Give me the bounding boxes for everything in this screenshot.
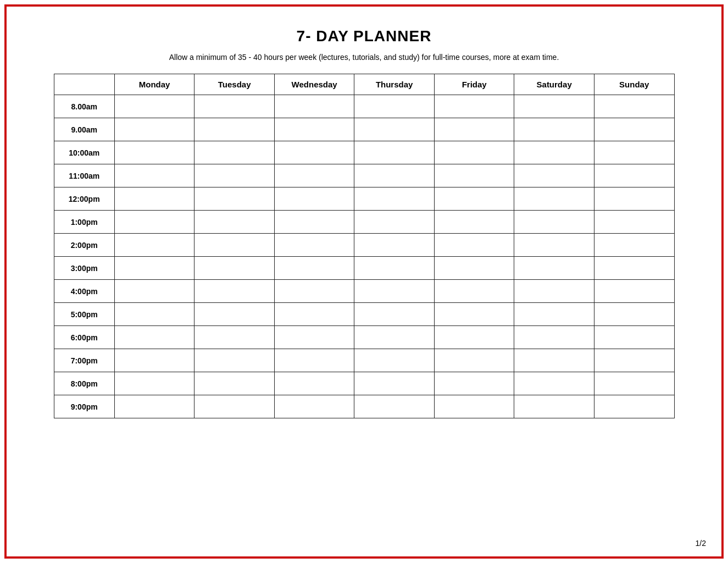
- slot-cell[interactable]: [594, 164, 674, 187]
- slot-cell[interactable]: [354, 372, 435, 395]
- slot-cell[interactable]: [194, 280, 275, 303]
- slot-cell[interactable]: [114, 141, 194, 164]
- slot-cell[interactable]: [434, 326, 514, 349]
- slot-cell[interactable]: [354, 141, 435, 164]
- slot-cell[interactable]: [594, 395, 674, 418]
- slot-cell[interactable]: [114, 303, 194, 326]
- slot-cell[interactable]: [274, 349, 354, 372]
- slot-cell[interactable]: [434, 118, 514, 141]
- slot-cell[interactable]: [114, 164, 194, 187]
- slot-cell[interactable]: [114, 395, 194, 418]
- slot-cell[interactable]: [114, 326, 194, 349]
- slot-cell[interactable]: [354, 211, 435, 234]
- slot-cell[interactable]: [194, 211, 275, 234]
- slot-cell[interactable]: [274, 372, 354, 395]
- slot-cell[interactable]: [354, 95, 435, 118]
- slot-cell[interactable]: [594, 95, 674, 118]
- slot-cell[interactable]: [354, 234, 435, 257]
- slot-cell[interactable]: [274, 118, 354, 141]
- slot-cell[interactable]: [434, 164, 514, 187]
- slot-cell[interactable]: [434, 280, 514, 303]
- slot-cell[interactable]: [434, 303, 514, 326]
- slot-cell[interactable]: [434, 372, 514, 395]
- slot-cell[interactable]: [114, 234, 194, 257]
- slot-cell[interactable]: [354, 395, 435, 418]
- slot-cell[interactable]: [514, 257, 594, 280]
- slot-cell[interactable]: [594, 211, 674, 234]
- slot-cell[interactable]: [194, 303, 275, 326]
- slot-cell[interactable]: [514, 326, 594, 349]
- slot-cell[interactable]: [194, 349, 275, 372]
- slot-cell[interactable]: [354, 303, 435, 326]
- slot-cell[interactable]: [434, 95, 514, 118]
- slot-cell[interactable]: [594, 187, 674, 211]
- slot-cell[interactable]: [594, 141, 674, 164]
- slot-cell[interactable]: [594, 303, 674, 326]
- slot-cell[interactable]: [434, 349, 514, 372]
- slot-cell[interactable]: [514, 234, 594, 257]
- slot-cell[interactable]: [514, 395, 594, 418]
- slot-cell[interactable]: [274, 211, 354, 234]
- slot-cell[interactable]: [194, 164, 275, 187]
- slot-cell[interactable]: [114, 211, 194, 234]
- slot-cell[interactable]: [114, 257, 194, 280]
- slot-cell[interactable]: [274, 95, 354, 118]
- slot-cell[interactable]: [434, 187, 514, 211]
- slot-cell[interactable]: [514, 211, 594, 234]
- slot-cell[interactable]: [354, 326, 435, 349]
- slot-cell[interactable]: [274, 164, 354, 187]
- slot-cell[interactable]: [514, 280, 594, 303]
- slot-cell[interactable]: [434, 141, 514, 164]
- slot-cell[interactable]: [594, 118, 674, 141]
- slot-cell[interactable]: [194, 372, 275, 395]
- slot-cell[interactable]: [434, 257, 514, 280]
- slot-cell[interactable]: [514, 372, 594, 395]
- slot-cell[interactable]: [594, 280, 674, 303]
- slot-cell[interactable]: [354, 349, 435, 372]
- slot-cell[interactable]: [354, 280, 435, 303]
- slot-cell[interactable]: [194, 95, 275, 118]
- slot-cell[interactable]: [434, 211, 514, 234]
- slot-cell[interactable]: [354, 187, 435, 211]
- slot-cell[interactable]: [514, 164, 594, 187]
- slot-cell[interactable]: [354, 257, 435, 280]
- slot-cell[interactable]: [274, 303, 354, 326]
- slot-cell[interactable]: [114, 95, 194, 118]
- slot-cell[interactable]: [594, 372, 674, 395]
- slot-cell[interactable]: [194, 234, 275, 257]
- slot-cell[interactable]: [194, 141, 275, 164]
- slot-cell[interactable]: [274, 187, 354, 211]
- slot-cell[interactable]: [114, 187, 194, 211]
- slot-cell[interactable]: [194, 395, 275, 418]
- slot-cell[interactable]: [194, 257, 275, 280]
- slot-cell[interactable]: [514, 187, 594, 211]
- slot-cell[interactable]: [434, 395, 514, 418]
- slot-cell[interactable]: [594, 257, 674, 280]
- slot-cell[interactable]: [114, 349, 194, 372]
- slot-cell[interactable]: [194, 187, 275, 211]
- slot-cell[interactable]: [514, 303, 594, 326]
- slot-cell[interactable]: [514, 141, 594, 164]
- slot-cell[interactable]: [594, 326, 674, 349]
- table-row: 10:00am: [54, 141, 674, 164]
- slot-cell[interactable]: [194, 118, 275, 141]
- slot-cell[interactable]: [354, 118, 435, 141]
- slot-cell[interactable]: [274, 141, 354, 164]
- slot-cell[interactable]: [274, 280, 354, 303]
- table-row: 8.00am: [54, 95, 674, 118]
- slot-cell[interactable]: [274, 395, 354, 418]
- slot-cell[interactable]: [274, 234, 354, 257]
- slot-cell[interactable]: [114, 118, 194, 141]
- slot-cell[interactable]: [354, 164, 435, 187]
- slot-cell[interactable]: [514, 95, 594, 118]
- slot-cell[interactable]: [114, 372, 194, 395]
- slot-cell[interactable]: [274, 326, 354, 349]
- slot-cell[interactable]: [194, 326, 275, 349]
- slot-cell[interactable]: [514, 349, 594, 372]
- slot-cell[interactable]: [114, 280, 194, 303]
- slot-cell[interactable]: [434, 234, 514, 257]
- slot-cell[interactable]: [594, 234, 674, 257]
- slot-cell[interactable]: [594, 349, 674, 372]
- slot-cell[interactable]: [514, 118, 594, 141]
- slot-cell[interactable]: [274, 257, 354, 280]
